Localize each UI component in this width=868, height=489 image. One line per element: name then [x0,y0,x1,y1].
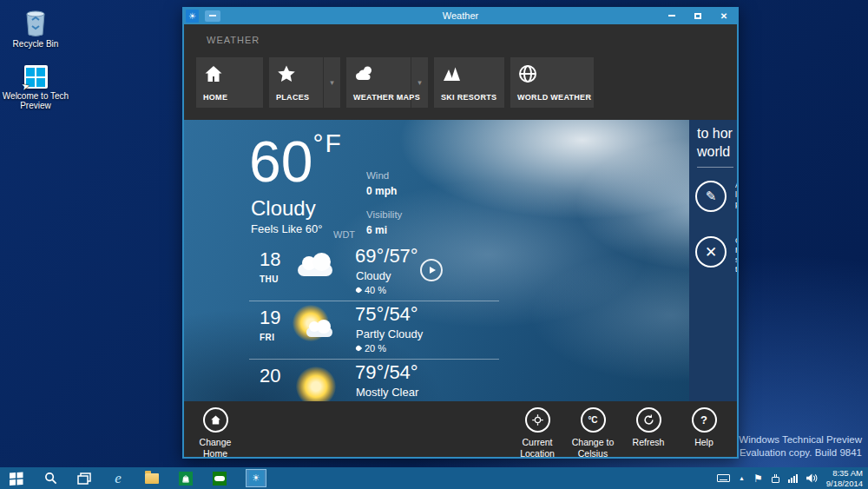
play-button[interactable] [420,259,443,281]
home-icon [203,63,224,84]
desktop-icon-label: Recycle Bin [2,39,69,49]
visibility-value: 6 mi [366,224,402,236]
forecast-row-thu[interactable]: 18 THU 69°/57° Cloudy 40 % [249,243,499,301]
temp-unit: °F [312,129,342,157]
pencil-icon: ✎ [706,188,717,204]
nav-places-button[interactable]: PLACES [269,57,323,108]
desktop: Recycle Bin ➤ Welcome to Tech Preview Wi… [0,0,868,489]
flyout-title: to hor world [697,124,733,161]
droplet-icon [355,345,362,352]
window-title: Weather [184,10,737,21]
sun-icon: ☀ [249,471,264,486]
desktop-icon-recycle-bin[interactable]: Recycle Bin [2,7,69,49]
current-condition: Cloudy [251,196,316,221]
volume-icon[interactable] [806,473,818,483]
nav-world-weather-button[interactable]: WORLD WEATHER [510,57,594,108]
flyout-edit-item[interactable]: ✎ Alp [695,181,737,215]
cloud-icon [353,63,374,84]
refresh-button[interactable]: Refresh [621,401,676,457]
task-view-icon[interactable] [76,471,92,486]
flyout-remove-item[interactable]: ✕ CRst [695,236,737,271]
forecast-day: 20 [260,365,280,387]
side-flyout-panel: to hor world ✎ Alp ✕ CRst [689,120,737,401]
app-command-bar: Change Home Current Location °C [184,401,737,457]
tray-time: 8:35 AM [826,468,863,478]
current-details: Wind 0 mph Visibility 6 mi [366,170,402,236]
taskbar-weather-button[interactable]: ☀ [246,469,266,487]
xbox-icon[interactable] [212,471,227,486]
power-plug-icon[interactable] [772,474,779,483]
partly-cloudy-icon [294,308,343,347]
taskbar: e ☀ ▲ ⚑ [0,467,868,489]
show-hidden-icons-button[interactable]: ▲ [739,475,745,481]
internet-explorer-icon[interactable]: e [110,471,126,486]
location-crosshair-icon [525,407,550,433]
forecast-day: 19 [260,307,280,329]
system-tray: ▲ ⚑ 8:35 AM 9/18/2014 [717,468,868,488]
desktop-icon-label: Welcome to Tech Preview [2,91,69,110]
current-temperature: 60°F [249,130,343,190]
touch-keyboard-icon[interactable] [717,474,730,482]
clipped-text: Alp [735,181,737,209]
welcome-tile-icon: ➤ [2,59,69,89]
globe-icon [517,63,538,84]
tray-date: 9/18/2014 [826,479,863,488]
celsius-icon: °C [588,415,597,425]
file-explorer-icon[interactable] [144,471,160,486]
cloudy-icon [294,250,343,288]
feels-like: Feels Like 60° [251,222,323,235]
mountain-icon [441,63,462,84]
evaluation-watermark: Windows Technical Preview Evaluation cop… [739,433,862,460]
weather-app-window: ☀ Weather ✕ WEATHER [182,7,739,459]
recycle-bin-icon [2,7,69,36]
start-button[interactable] [9,471,24,486]
nav-bar: HOME PLACES ▾ [196,57,594,108]
forecast-condition: Partly Cloudy [356,327,423,340]
page-title: WEATHER [207,35,260,45]
change-to-celsius-button[interactable]: °C Change to Celsius [565,401,621,457]
forecast-condition: Cloudy [356,269,391,282]
wind-label: Wind [366,170,402,181]
forecast-temps: 79°/54° [355,361,418,384]
action-center-flag-icon[interactable]: ⚑ [753,473,763,484]
change-home-button[interactable]: Change Home [187,401,243,457]
play-icon [430,267,436,274]
network-signal-icon[interactable] [788,474,798,483]
question-icon: ? [700,413,707,426]
forecast-temps: 69°/57° [355,245,418,268]
forecast-condition: Mostly Clear [356,386,418,399]
minimize-button[interactable] [666,10,678,21]
clipped-text: CRst [735,236,737,274]
search-icon[interactable] [43,471,58,486]
divider [697,167,733,168]
desktop-icon-welcome-tech-preview[interactable]: ➤ Welcome to Tech Preview [2,59,69,110]
wind-value: 0 mph [366,185,402,197]
nav-places-dropdown[interactable]: ▾ [323,57,340,108]
forecast-row-fri[interactable]: 19 FRI 75°/54° Partly Cloudy 20 % [249,301,499,360]
droplet-icon [355,287,362,294]
forecast-weekday: FRI [260,333,275,342]
forecast-weekday: THU [260,274,279,284]
maximize-button[interactable] [692,10,704,21]
star-icon [276,63,297,84]
taskbar-clock[interactable]: 8:35 AM 9/18/2014 [826,468,863,488]
nav-ski-resorts-button[interactable]: SKI RESORTS [434,57,504,108]
close-button[interactable]: ✕ [718,10,730,21]
sunny-icon [294,367,343,405]
nav-weather-maps-button[interactable]: WEATHER MAPS [346,57,411,108]
forecast-precip: 40 % [356,285,386,295]
visibility-label: Visibility [366,209,402,220]
close-circle-icon: ✕ [705,243,717,261]
app-header: WEATHER HOME [184,24,737,120]
forecast-precip: 20 % [356,343,386,354]
forecast-list: 18 THU 69°/57° Cloudy 40 % 19 FRI [249,243,499,418]
nav-home-button[interactable]: HOME [196,57,263,108]
refresh-icon [636,407,661,433]
titlebar[interactable]: ☀ Weather ✕ [184,7,737,24]
forecast-day: 18 [260,248,280,271]
help-button[interactable]: ? Help [676,401,732,457]
store-icon[interactable] [178,471,194,486]
current-location-button[interactable]: Current Location [510,401,565,457]
forecast-temps: 75°/54° [355,303,418,326]
provider-label: WDT [333,229,355,240]
